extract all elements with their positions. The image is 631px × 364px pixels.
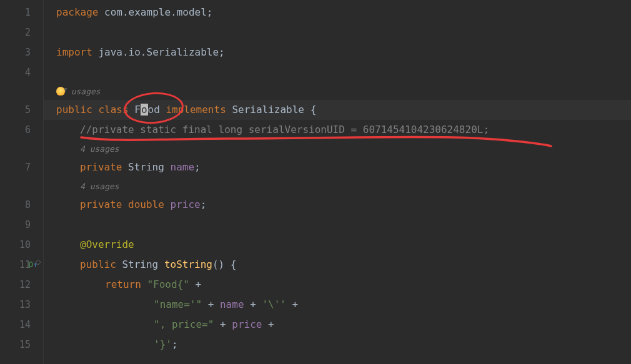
line-number: 8 bbox=[25, 195, 31, 215]
comment: //private static final long serialVersio… bbox=[80, 124, 489, 135]
semicolon: ; bbox=[207, 6, 213, 18]
string: "Food{" bbox=[147, 278, 189, 290]
semicolon: ; bbox=[219, 46, 225, 58]
line-number: 10 bbox=[19, 235, 31, 255]
brace: { bbox=[231, 258, 237, 270]
interface-name: Serializable bbox=[232, 104, 304, 116]
keyword: implements bbox=[166, 104, 226, 116]
class-name: F bbox=[134, 104, 141, 116]
code-line[interactable]: "name='" + name + '\'' + bbox=[154, 295, 631, 315]
code-line[interactable]: public String toString() { bbox=[80, 255, 631, 275]
line-number: 4 bbox=[25, 62, 31, 82]
brace: { bbox=[311, 104, 317, 116]
type: String bbox=[128, 161, 164, 173]
class-name: od bbox=[148, 104, 160, 116]
usages-hint[interactable]: 4 usages bbox=[80, 142, 119, 156]
code-line[interactable]: ", price=" + price + bbox=[154, 315, 631, 335]
operator: + bbox=[208, 298, 214, 310]
keyword: private bbox=[80, 199, 122, 210]
semicolon: ; bbox=[194, 161, 201, 173]
line-number: 15 bbox=[19, 335, 31, 355]
semicolon: ; bbox=[172, 338, 178, 350]
line-number: 7 bbox=[25, 157, 31, 177]
usages-text: 7 usages bbox=[61, 87, 101, 96]
bulb-icon[interactable] bbox=[56, 87, 65, 96]
line-number: 6 bbox=[25, 120, 31, 140]
usages-hint[interactable]: 7 usages bbox=[56, 85, 101, 99]
keyword: public bbox=[80, 258, 116, 270]
line-number: 14 bbox=[19, 315, 31, 335]
operator: + bbox=[220, 318, 226, 330]
line-number: 2 bbox=[25, 22, 31, 42]
code-line[interactable]: return "Food{" + bbox=[105, 275, 631, 295]
code-line[interactable]: import java.io.Serializable; bbox=[56, 42, 631, 62]
code-line[interactable]: //private static final long serialVersio… bbox=[80, 120, 631, 140]
operator: + bbox=[250, 298, 256, 310]
package-name: com.example.model bbox=[98, 6, 206, 18]
line-number: 13 bbox=[19, 295, 31, 315]
import-path: java.io.Serializable bbox=[92, 46, 219, 58]
keyword: class bbox=[98, 104, 128, 116]
code-line-current[interactable]: public class Food implements Serializabl… bbox=[44, 100, 631, 120]
type: String bbox=[122, 258, 158, 270]
parens: () bbox=[212, 258, 224, 270]
line-number: 5 bbox=[25, 100, 31, 120]
field-ref: price bbox=[232, 318, 262, 330]
annotation: @Override bbox=[80, 239, 134, 250]
field-name: name bbox=[171, 161, 195, 173]
keyword: return bbox=[105, 278, 141, 290]
string: "name='" bbox=[154, 298, 202, 310]
semicolon: ; bbox=[201, 199, 207, 210]
field-ref: name bbox=[220, 298, 244, 310]
code-line[interactable]: '}'; bbox=[154, 335, 631, 355]
keyword: package bbox=[56, 6, 98, 18]
method-name: toString bbox=[164, 258, 212, 270]
gutter: 1 2 3 4 5 6 7 8 9 10 11 12 13 14 15 O↑ bbox=[0, 0, 44, 364]
code-line[interactable]: @Override bbox=[80, 235, 631, 255]
operator: + bbox=[292, 298, 299, 310]
line-number: 9 bbox=[25, 215, 31, 235]
keyword: import bbox=[56, 46, 92, 58]
usages-hint[interactable]: 4 usages bbox=[80, 180, 119, 194]
type: double bbox=[128, 199, 164, 210]
line-number: 3 bbox=[25, 42, 31, 62]
collapse-icon[interactable] bbox=[34, 258, 42, 268]
string: '\'' bbox=[262, 298, 286, 310]
text-caret: o bbox=[141, 104, 148, 116]
code-editor[interactable]: 1 2 3 4 5 6 7 8 9 10 11 12 13 14 15 O↑ p… bbox=[0, 0, 631, 364]
line-number: 12 bbox=[19, 275, 31, 295]
string: ", price=" bbox=[154, 318, 214, 330]
code-line[interactable]: package com.example.model; bbox=[56, 2, 631, 22]
keyword: private bbox=[80, 161, 122, 173]
string: '}' bbox=[154, 338, 172, 350]
operator: + bbox=[196, 278, 202, 290]
line-number: 1 bbox=[25, 2, 31, 22]
field-name: price bbox=[171, 199, 201, 210]
code-line[interactable]: private double price; bbox=[80, 195, 631, 215]
operator: + bbox=[268, 318, 274, 330]
code-area[interactable]: package com.example.model; import java.i… bbox=[44, 0, 631, 364]
code-line[interactable]: private String name; bbox=[80, 157, 631, 177]
keyword: public bbox=[56, 104, 92, 116]
